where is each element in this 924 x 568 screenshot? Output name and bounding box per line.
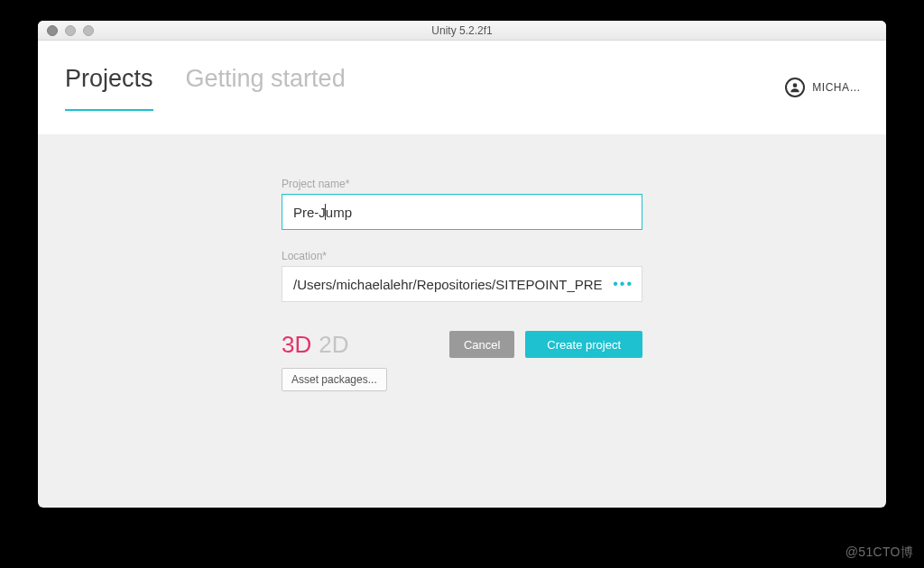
location-value: /Users/michaelalehr/Repositories/SITEPOI… [293, 277, 603, 292]
header: Projects Getting started MICHA… [38, 41, 886, 134]
location-label: Location* [282, 250, 642, 262]
project-name-input[interactable]: Pre-Jump [282, 194, 642, 230]
tab-projects[interactable]: Projects [65, 65, 153, 111]
zoom-icon[interactable] [83, 25, 94, 36]
app-window: Unity 5.2.2f1 Projects Getting started M… [38, 21, 886, 508]
user-name: MICHA… [812, 81, 861, 94]
project-name-label: Project name* [282, 178, 642, 190]
avatar-icon [785, 78, 805, 97]
minimize-icon[interactable] [65, 25, 76, 36]
action-buttons: Cancel Create project [449, 331, 642, 358]
create-project-button[interactable]: Create project [525, 331, 642, 358]
svg-point-0 [793, 83, 798, 87]
watermark-text: @51CTO博 [845, 545, 913, 561]
browse-location-button[interactable]: ••• [613, 276, 633, 292]
user-menu[interactable]: MICHA… [785, 78, 861, 97]
content-area: Project name* Pre-Jump Location* /Users/… [38, 134, 886, 391]
mode-2d[interactable]: 2D [319, 331, 348, 359]
project-name-value-pre: Pre-J [293, 205, 326, 220]
traffic-lights [38, 25, 94, 36]
cancel-button[interactable]: Cancel [449, 331, 514, 358]
asset-packages-button[interactable]: Asset packages... [282, 368, 387, 391]
project-name-value-post: ump [326, 205, 352, 220]
mode-3d[interactable]: 3D [282, 331, 311, 359]
tab-getting-started[interactable]: Getting started [186, 65, 346, 109]
dimension-mode-toggle: 3D 2D [282, 331, 387, 359]
location-input[interactable]: /Users/michaelalehr/Repositories/SITEPOI… [282, 266, 642, 302]
title-bar: Unity 5.2.2f1 [38, 21, 886, 41]
new-project-form: Project name* Pre-Jump Location* /Users/… [282, 178, 642, 391]
close-icon[interactable] [47, 25, 58, 36]
tab-bar: Projects Getting started [65, 65, 346, 111]
window-title: Unity 5.2.2f1 [38, 24, 886, 37]
